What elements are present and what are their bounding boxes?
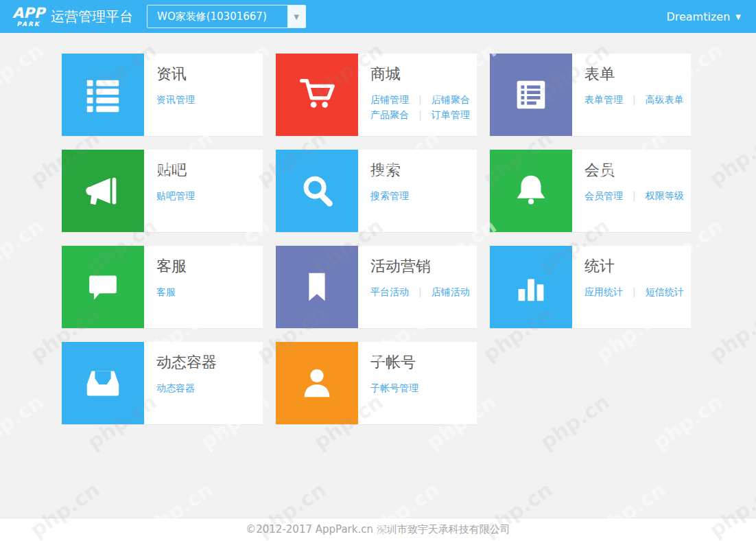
module-card-body: 子帐号 子帐号管理	[358, 342, 423, 424]
module-title: 动态容器	[156, 352, 217, 373]
module-link[interactable]: 高级表单	[646, 94, 684, 105]
module-links: 应用统计|短信统计	[584, 284, 684, 299]
platform-title: 运营管理平台	[51, 8, 133, 26]
app-selector-value: WO家装修(10301667)	[147, 10, 287, 23]
module-tile[interactable]	[490, 150, 572, 232]
module-tile[interactable]	[490, 54, 572, 136]
module-tile[interactable]	[62, 150, 144, 232]
module-link-row: 贴吧管理	[156, 188, 195, 203]
app-selector-dropdown[interactable]: WO家装修(10301667) ▼	[147, 5, 306, 28]
module-card: 贴吧 贴吧管理	[62, 150, 263, 232]
chevron-down-icon: ▼	[735, 13, 741, 21]
module-title: 表单	[584, 64, 684, 84]
module-card: 商城 店铺管理|店铺聚合产品聚合|订单管理	[276, 54, 477, 136]
module-tile[interactable]	[276, 246, 358, 328]
module-card-body: 统计 应用统计|短信统计	[572, 246, 688, 328]
module-links: 贴吧管理	[156, 188, 195, 203]
module-tile[interactable]	[276, 150, 358, 232]
module-link[interactable]: 会员管理	[584, 190, 623, 201]
module-card: 表单 表单管理|高级表单	[490, 54, 691, 136]
module-cards-grid: 资讯 资讯管理 商城 店铺管理|店铺聚合产品聚合|订单管理 表单 表单管理|高级…	[62, 54, 692, 424]
link-separator: |	[633, 286, 636, 297]
module-card-body: 资讯 资讯管理	[144, 54, 199, 136]
module-tile[interactable]	[62, 246, 144, 328]
module-title: 子帐号	[370, 352, 418, 373]
module-link[interactable]: 店铺活动	[432, 286, 470, 297]
module-link[interactable]: 表单管理	[584, 94, 623, 105]
list-icon	[82, 73, 124, 116]
module-card: 会员 会员管理|权限等级	[490, 150, 691, 232]
module-title: 客服	[156, 256, 187, 277]
module-tile[interactable]	[276, 342, 358, 424]
module-link[interactable]: 店铺聚合	[432, 94, 470, 105]
module-link[interactable]: 应用统计	[584, 286, 623, 297]
user-menu[interactable]: Dreamtizen ▼	[666, 10, 741, 23]
module-card-body: 客服 客服	[144, 246, 191, 328]
user-menu-label: Dreamtizen	[666, 10, 730, 23]
module-title: 会员	[584, 160, 684, 181]
module-title: 活动营销	[370, 256, 470, 277]
module-links: 搜索管理	[370, 188, 409, 203]
module-link-row: 应用统计|短信统计	[584, 284, 684, 299]
module-title: 统计	[584, 256, 684, 277]
megaphone-icon	[82, 170, 124, 212]
module-card-body: 商城 店铺管理|店铺聚合产品聚合|订单管理	[358, 54, 474, 136]
module-links: 动态容器	[156, 380, 217, 395]
module-link[interactable]: 短信统计	[646, 286, 684, 297]
module-card-body: 会员 会员管理|权限等级	[572, 150, 688, 232]
bookmark-icon	[296, 266, 338, 308]
link-separator: |	[418, 286, 422, 297]
module-link[interactable]: 贴吧管理	[156, 190, 195, 201]
module-card: 客服 客服	[62, 246, 263, 328]
module-card: 活动营销 平台活动|店铺活动	[276, 246, 477, 328]
module-link[interactable]: 平台活动	[370, 286, 409, 297]
module-link[interactable]: 动态容器	[156, 382, 195, 393]
module-link-row: 表单管理|高级表单	[584, 92, 684, 107]
module-link-row: 搜索管理	[370, 188, 409, 203]
link-separator: |	[633, 190, 636, 201]
module-link[interactable]: 搜索管理	[370, 190, 409, 201]
module-card-body: 贴吧 贴吧管理	[144, 150, 199, 232]
chat-icon	[82, 266, 124, 308]
module-link[interactable]: 权限等级	[646, 190, 684, 201]
module-links: 店铺管理|店铺聚合产品聚合|订单管理	[370, 92, 470, 122]
module-tile[interactable]	[276, 54, 358, 136]
link-separator: |	[418, 94, 422, 105]
search-icon	[296, 170, 338, 212]
module-card: 子帐号 子帐号管理	[276, 342, 477, 424]
module-link[interactable]: 资讯管理	[156, 94, 195, 105]
cart-icon	[296, 73, 338, 116]
module-tile[interactable]	[490, 246, 572, 328]
module-link[interactable]: 店铺管理	[370, 94, 409, 105]
module-link[interactable]: 客服	[156, 286, 176, 297]
module-title: 商城	[370, 64, 470, 84]
module-link-row: 子帐号管理	[370, 380, 418, 395]
bell-icon	[510, 170, 552, 212]
module-title: 资讯	[156, 64, 195, 84]
module-card-body: 表单 表单管理|高级表单	[572, 54, 688, 136]
main-content: 资讯 资讯管理 商城 店铺管理|店铺聚合产品聚合|订单管理 表单 表单管理|高级…	[0, 33, 756, 518]
module-links: 会员管理|权限等级	[584, 188, 684, 203]
module-link[interactable]: 子帐号管理	[370, 382, 418, 393]
app-header: APP PARK 运营管理平台 WO家装修(10301667) ▼ Dreamt…	[0, 0, 756, 33]
module-links: 子帐号管理	[370, 380, 418, 395]
module-link-row: 资讯管理	[156, 92, 195, 107]
module-link[interactable]: 产品聚合	[370, 109, 409, 120]
link-separator: |	[418, 109, 422, 120]
module-card: 资讯 资讯管理	[62, 54, 263, 136]
module-card-body: 动态容器 动态容器	[144, 342, 221, 424]
module-link-row: 动态容器	[156, 380, 217, 395]
module-card-body: 活动营销 平台活动|店铺活动	[358, 246, 474, 328]
bar-chart-icon	[510, 266, 552, 308]
module-link-row: 产品聚合|订单管理	[370, 107, 470, 122]
apppark-logo[interactable]: APP PARK 运营管理平台	[12, 6, 133, 27]
module-tile[interactable]	[62, 342, 144, 424]
module-tile[interactable]	[62, 54, 144, 136]
chevron-down-icon: ▼	[294, 13, 299, 21]
module-title: 贴吧	[156, 160, 195, 181]
module-links: 资讯管理	[156, 92, 195, 107]
module-link-row: 会员管理|权限等级	[584, 188, 684, 203]
module-card: 搜索 搜索管理	[276, 150, 477, 232]
module-link[interactable]: 订单管理	[432, 109, 470, 120]
module-card: 统计 应用统计|短信统计	[490, 246, 691, 328]
